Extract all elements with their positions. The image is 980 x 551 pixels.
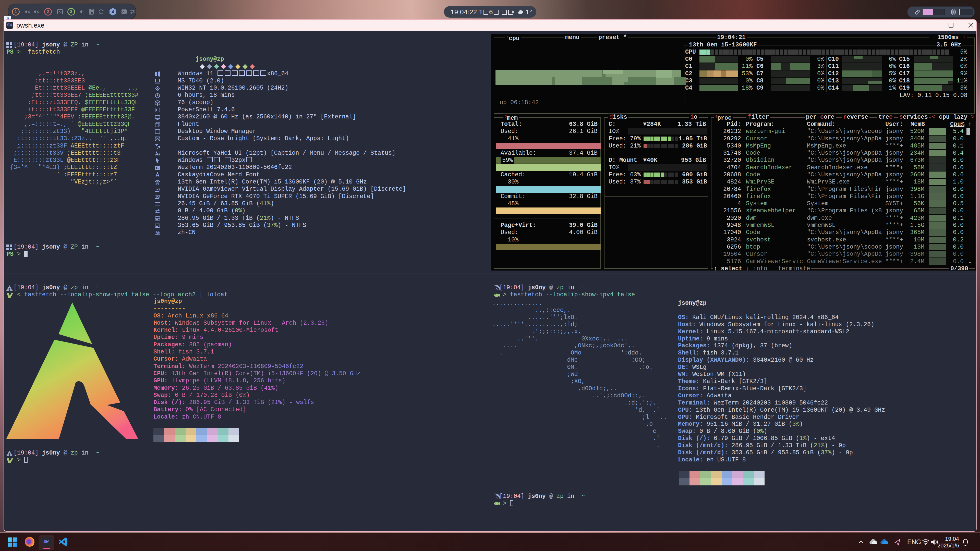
svg-text:4: 4 [112, 10, 114, 14]
